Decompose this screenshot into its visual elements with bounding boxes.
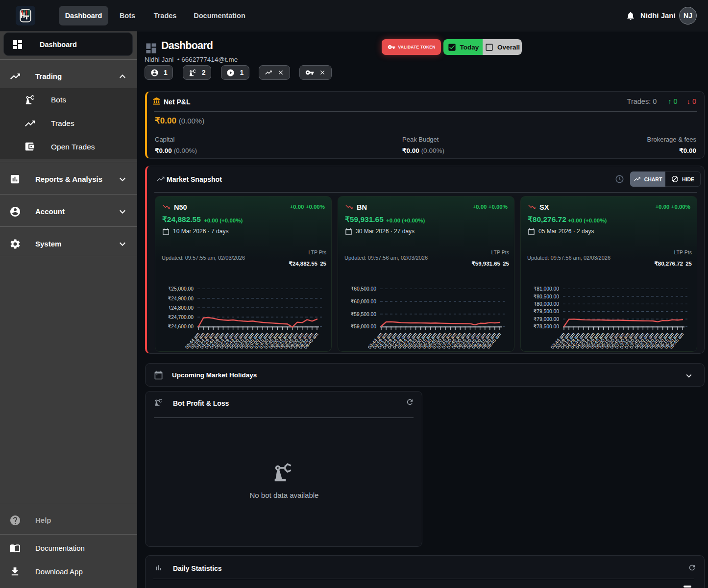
svg-text:25: 25 xyxy=(503,261,509,267)
svg-text:Pts: Pts xyxy=(502,249,509,255)
svg-text:LTP: LTP xyxy=(309,249,317,255)
svg-text:Updated: 09:57:55 am, 02/03/20: Updated: 09:57:55 am, 02/03/2026 xyxy=(162,255,245,261)
svg-text:₹79,500.00: ₹79,500.00 xyxy=(534,309,560,314)
svg-text:₹81,000.00: ₹81,000.00 xyxy=(534,286,560,292)
svg-text:₹24,882.55: ₹24,882.55 xyxy=(289,261,318,267)
svg-text:₹24,900.00: ₹24,900.00 xyxy=(168,296,194,301)
svg-text:LTP: LTP xyxy=(491,249,500,255)
svg-text:₹80,276.72: ₹80,276.72 xyxy=(655,261,683,267)
svg-text:Pts: Pts xyxy=(319,249,326,255)
svg-text:₹80,500.00: ₹80,500.00 xyxy=(534,294,560,299)
svg-text:₹24,800.00: ₹24,800.00 xyxy=(168,305,194,311)
svg-text:₹60,000.00: ₹60,000.00 xyxy=(351,299,377,304)
svg-text:LTP: LTP xyxy=(674,249,683,255)
svg-text:Pts: Pts xyxy=(684,249,692,255)
svg-text:₹59,931.65: ₹59,931.65 xyxy=(472,261,501,267)
svg-text:₹24,700.00: ₹24,700.00 xyxy=(168,315,194,320)
svg-text:₹79,000.00: ₹79,000.00 xyxy=(534,317,560,322)
svg-text:₹59,000.00: ₹59,000.00 xyxy=(351,324,377,329)
svg-text:₹25,000.00: ₹25,000.00 xyxy=(168,286,194,292)
svg-text:25: 25 xyxy=(320,261,326,267)
svg-text:₹78,500.00: ₹78,500.00 xyxy=(534,324,560,329)
svg-text:Updated: 09:57:56 am, 02/03/20: Updated: 09:57:56 am, 02/03/2026 xyxy=(527,255,610,261)
svg-text:₹80,000.00: ₹80,000.00 xyxy=(534,301,560,307)
svg-text:₹59,500.00: ₹59,500.00 xyxy=(351,312,377,317)
svg-text:₹60,500.00: ₹60,500.00 xyxy=(351,286,377,292)
svg-text:Updated: 09:57:56 am, 02/03/20: Updated: 09:57:56 am, 02/03/2026 xyxy=(344,255,428,261)
svg-text:25: 25 xyxy=(685,261,692,267)
svg-text:₹24,600.00: ₹24,600.00 xyxy=(168,324,194,329)
